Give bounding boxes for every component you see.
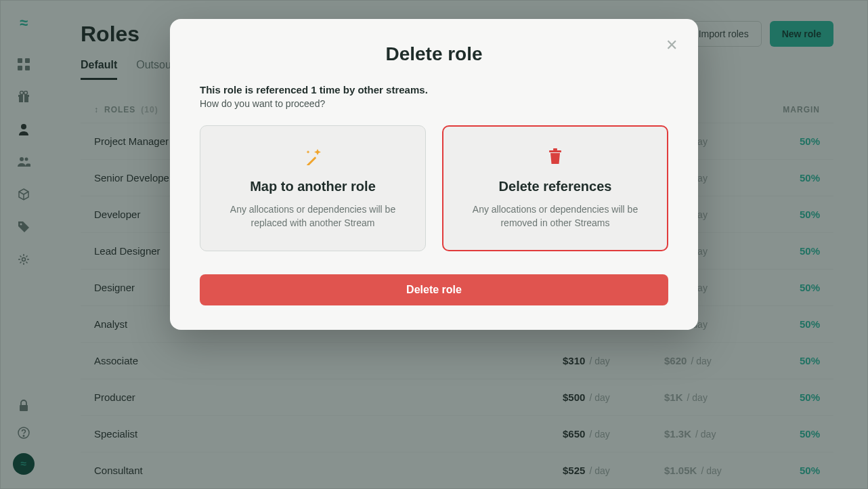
svg-rect-17 <box>307 156 317 165</box>
delete-role-confirm-button[interactable]: Delete role <box>200 274 668 305</box>
svg-rect-19 <box>553 148 557 150</box>
close-icon[interactable]: ✕ <box>666 37 678 54</box>
svg-rect-18 <box>549 150 561 152</box>
modal-proceed-text: How do you want to proceed? <box>200 98 668 109</box>
option-delete-title: Delete references <box>459 179 651 194</box>
option-delete-references[interactable]: Delete references Any allocations or dep… <box>442 125 668 251</box>
trash-icon <box>459 146 651 167</box>
option-map-title: Map to another role <box>217 179 409 194</box>
option-delete-desc: Any allocations or dependencies will be … <box>459 203 651 230</box>
delete-role-modal: ✕ Delete role This role is referenced 1 … <box>170 19 698 330</box>
modal-reference-text: This role is referenced 1 time by other … <box>200 84 668 95</box>
wand-icon <box>217 146 409 167</box>
option-map-to-role[interactable]: Map to another role Any allocations or d… <box>200 125 426 251</box>
modal-title: Delete role <box>200 43 668 65</box>
option-map-desc: Any allocations or dependencies will be … <box>217 203 409 230</box>
modal-overlay: ✕ Delete role This role is referenced 1 … <box>0 0 868 489</box>
